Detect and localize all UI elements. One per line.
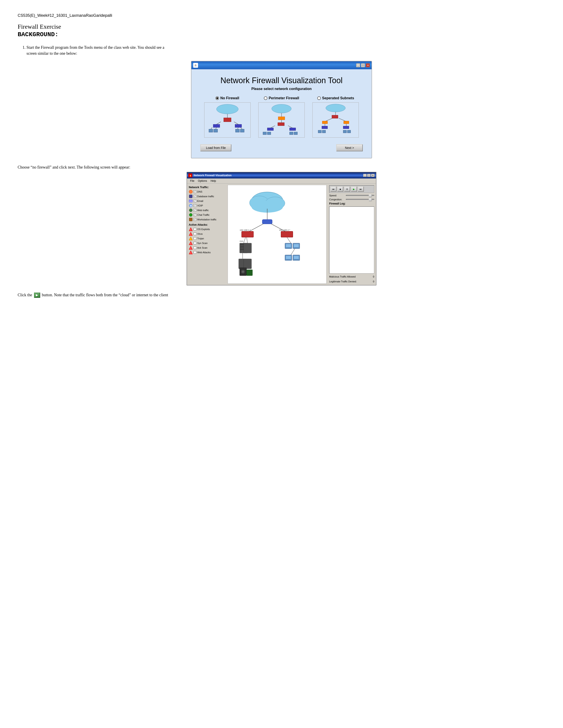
traffic-email[interactable]: ✓ Email	[189, 199, 225, 203]
radio-perimeter[interactable]	[264, 96, 267, 100]
attack-os-exploits[interactable]: ! OS Exploits	[189, 227, 225, 231]
svg-point-49	[189, 213, 192, 216]
option-no-firewall[interactable]: No Firewall	[203, 96, 252, 138]
db-checkbox[interactable]: ✓	[194, 195, 196, 198]
congestion-slider-thumb[interactable]	[369, 198, 372, 201]
syn-scan-checkbox[interactable]	[194, 242, 196, 244]
svg-rect-85	[243, 259, 251, 269]
svg-rect-95	[286, 256, 291, 259]
svg-rect-99	[294, 259, 298, 260]
speed-slider-track[interactable]	[346, 195, 374, 196]
svg-point-0	[216, 104, 238, 114]
ws-checkbox[interactable]: ✓	[194, 218, 196, 221]
nfvt-footer: Load from File Next >	[200, 142, 363, 151]
dns-label: DNS	[197, 190, 202, 193]
bottom-text2: button. Note that the traffic flows both…	[42, 292, 168, 298]
option-separated-label: Seperated Subnets	[322, 96, 354, 100]
dns-checkbox[interactable]: ✓	[194, 190, 196, 193]
firewall-log-label: Firewall Log:	[329, 202, 374, 205]
center-panel: 192.168.1.* 192.168.2.* DNS	[227, 185, 327, 284]
nfv-minimize[interactable]: _	[363, 174, 367, 177]
web-attacks-label: Web Attacks	[197, 251, 211, 254]
perimeter-firewall-diagram	[258, 102, 305, 138]
attack-trojan[interactable]: ! Trojan	[189, 236, 225, 240]
traffic-voip[interactable]: ☎ ✓ VOIP	[189, 204, 225, 208]
legitimate-value: 0	[373, 280, 374, 283]
load-from-file-button[interactable]: Load from File	[200, 144, 231, 151]
svg-line-10	[215, 128, 216, 129]
svg-rect-38	[343, 126, 349, 129]
step1-text1: Start the Firewall program from the Tool…	[26, 45, 164, 50]
minimize-button[interactable]: _	[356, 63, 360, 67]
virus-icon: !	[189, 232, 193, 236]
virus-label: Virus	[197, 233, 203, 235]
svg-point-48	[189, 209, 192, 212]
transport-begin[interactable]: ⏮	[330, 186, 337, 192]
radio-no-firewall[interactable]	[215, 96, 219, 100]
svg-text:☎: ☎	[190, 205, 192, 207]
email-checkbox[interactable]: ✓	[194, 200, 196, 202]
svg-rect-41	[343, 130, 347, 133]
play-button-inline[interactable]: ▶	[34, 293, 40, 298]
attack-syn-scan[interactable]: ! Syn Scan	[189, 241, 225, 245]
svg-rect-8	[213, 129, 217, 132]
svg-rect-17	[278, 117, 285, 120]
web-attacks-checkbox[interactable]	[194, 251, 196, 254]
ack-scan-checkbox[interactable]	[194, 246, 196, 249]
attack-ack-scan[interactable]: ! Ack Scan	[189, 246, 225, 250]
svg-rect-91	[294, 244, 299, 247]
ws-icon	[189, 218, 193, 221]
maximize-button[interactable]: □	[361, 63, 365, 67]
stats-row-legitimate: Legitimate Traffic Denied: 0	[329, 280, 374, 283]
traffic-database[interactable]: ✓ Database traffic	[189, 194, 225, 198]
svg-line-76	[243, 237, 245, 243]
dns-icon	[189, 190, 193, 194]
virus-checkbox[interactable]	[194, 233, 196, 235]
bottom-text: Click the ▶ button. Note that the traffi…	[18, 292, 545, 298]
web-checkbox[interactable]: ✓	[194, 209, 196, 212]
svg-line-21	[288, 126, 293, 128]
traffic-web[interactable]: ✓ Web traffic	[189, 208, 225, 212]
svg-text:DNS: DNS	[240, 240, 243, 242]
traffic-dns[interactable]: ✓ DNS	[189, 190, 225, 194]
transport-play[interactable]: ▶	[351, 186, 357, 192]
svg-line-20	[271, 126, 275, 128]
menu-help[interactable]: Help	[209, 179, 218, 183]
congestion-slider-track[interactable]	[346, 199, 374, 200]
network-traffic-label: Network Traffic:	[189, 186, 225, 189]
radio-separated[interactable]	[317, 96, 321, 100]
svg-rect-45	[189, 200, 192, 202]
option-separated-subnets[interactable]: Seperated Subnets	[311, 96, 360, 138]
svg-rect-40	[322, 130, 326, 133]
chat-checkbox[interactable]: ✓	[194, 214, 196, 216]
option-perimeter-firewall[interactable]: Perimeter Firewall	[257, 96, 306, 138]
attack-virus[interactable]: ! Virus	[189, 232, 225, 236]
speed-slider-thumb[interactable]	[369, 194, 372, 197]
next-button[interactable]: Next >	[336, 144, 363, 151]
transport-end[interactable]: ⏭	[358, 186, 364, 192]
traffic-workstation[interactable]: ✓ Workstation traffic	[189, 218, 225, 221]
attack-web-attacks[interactable]: ! Web Attacks	[189, 250, 225, 254]
email-icon	[189, 199, 193, 203]
close-button[interactable]: ✕	[366, 63, 370, 67]
nfv-maximize[interactable]: □	[367, 174, 371, 177]
transport-pause[interactable]: ⏸	[344, 186, 350, 192]
nfv-title: Network Firewall Visualization	[194, 174, 231, 177]
menu-file[interactable]: File	[188, 179, 196, 183]
svg-rect-68	[262, 220, 272, 224]
svg-rect-2	[224, 118, 231, 122]
network-visualization: 192.168.1.* 192.168.2.* DNS	[228, 185, 326, 283]
traffic-chat[interactable]: ✓ Chat Traffic	[189, 213, 225, 217]
os-exploits-checkbox[interactable]	[194, 228, 196, 231]
transport-controls: ⏮ ■ ⏸ ▶ ⏭	[329, 185, 374, 193]
trojan-checkbox[interactable]	[194, 237, 196, 240]
svg-line-4	[234, 122, 238, 124]
transport-stop[interactable]: ■	[337, 186, 343, 192]
no-firewall-diagram	[204, 102, 250, 138]
svg-rect-50	[189, 218, 192, 221]
nfv-close[interactable]: ✕	[371, 174, 375, 177]
svg-line-9	[211, 128, 212, 129]
menu-options[interactable]: Options	[196, 179, 209, 183]
voip-checkbox[interactable]: ✓	[194, 204, 196, 207]
svg-rect-96	[287, 259, 290, 260]
